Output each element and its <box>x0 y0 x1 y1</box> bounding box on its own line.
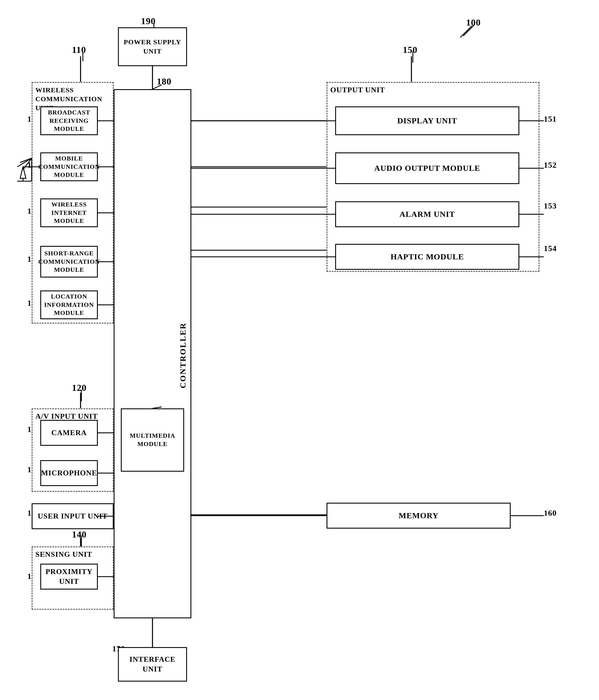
camera-box: CAMERA <box>40 420 98 446</box>
ref-154: 154 <box>544 244 557 253</box>
wireless-internet-box: WIRELESS INTERNET MODULE <box>40 198 98 227</box>
ref-150: 150 <box>403 45 417 55</box>
power-supply-label: POWER SUPPLY UNIT <box>121 38 184 55</box>
ref-152: 152 <box>544 160 557 170</box>
location-label: LOCATION INFORMATION MODULE <box>44 293 95 317</box>
haptic-label: HAPTIC MODULE <box>391 252 464 262</box>
proximity-label: PROXIMITY UNIT <box>44 567 95 586</box>
ref-120: 120 <box>72 382 87 393</box>
controller-label: CONTROLLER <box>178 322 188 388</box>
memory-label: MEMORY <box>399 510 439 521</box>
broadcast-box: BROADCAST RECEIVING MODULE <box>40 106 98 135</box>
audio-output-box: AUDIO OUTPUT MODULE <box>335 152 519 184</box>
output-label: OUTPUT UNIT <box>330 86 385 94</box>
audio-output-label: AUDIO OUTPUT MODULE <box>374 163 480 173</box>
svg-marker-31 <box>20 167 26 178</box>
alarm-label: ALARM UNIT <box>400 209 455 220</box>
haptic-box: HAPTIC MODULE <box>335 244 519 270</box>
multimedia-box: MULTIMEDIA MODULE <box>121 408 184 472</box>
ref-140: 140 <box>72 529 87 540</box>
interface-box: INTERFACE UNIT <box>118 647 187 682</box>
camera-label: CAMERA <box>51 428 87 438</box>
power-supply-box: POWER SUPPLY UNIT <box>118 27 187 66</box>
short-range-box: SHORT-RANGE COMMUNICATION MODULE <box>40 246 98 277</box>
microphone-label: MICROPHONE <box>41 468 97 478</box>
svg-line-21 <box>463 24 475 36</box>
ref-153: 153 <box>544 201 557 210</box>
wireless-internet-label: WIRELESS INTERNET MODULE <box>44 200 95 225</box>
ref-151: 151 <box>544 115 557 124</box>
ref-160: 160 <box>544 508 557 518</box>
user-input-box: USER INPUT UNIT <box>32 503 114 529</box>
av-input-label: A/V INPUT UNIT <box>35 412 98 421</box>
location-box: LOCATION INFORMATION MODULE <box>40 291 98 319</box>
ref-180: 180 <box>157 76 171 87</box>
svg-line-29 <box>17 158 32 167</box>
alarm-box: ALARM UNIT <box>335 201 519 227</box>
microphone-box: MICROPHONE <box>40 460 98 486</box>
interface-label: INTERFACE UNIT <box>121 654 184 674</box>
sensing-label: SENSING UNIT <box>35 550 92 559</box>
mobile-comm-label: MOBILE COMMUNICATION MODULE <box>38 154 100 179</box>
broadcast-label: BROADCAST RECEIVING MODULE <box>44 108 95 133</box>
controller-box: CONTROLLER <box>114 89 191 618</box>
user-input-label: USER INPUT UNIT <box>38 511 107 521</box>
memory-box: MEMORY <box>327 503 511 529</box>
multimedia-label: MULTIMEDIA MODULE <box>124 432 181 448</box>
short-range-label: SHORT-RANGE COMMUNICATION MODULE <box>38 249 100 274</box>
proximity-box: PROXIMITY UNIT <box>40 564 98 590</box>
display-box: DISPLAY UNIT <box>335 106 519 135</box>
display-label: DISPLAY UNIT <box>397 116 457 126</box>
mobile-comm-box: MOBILE COMMUNICATION MODULE <box>40 152 98 181</box>
